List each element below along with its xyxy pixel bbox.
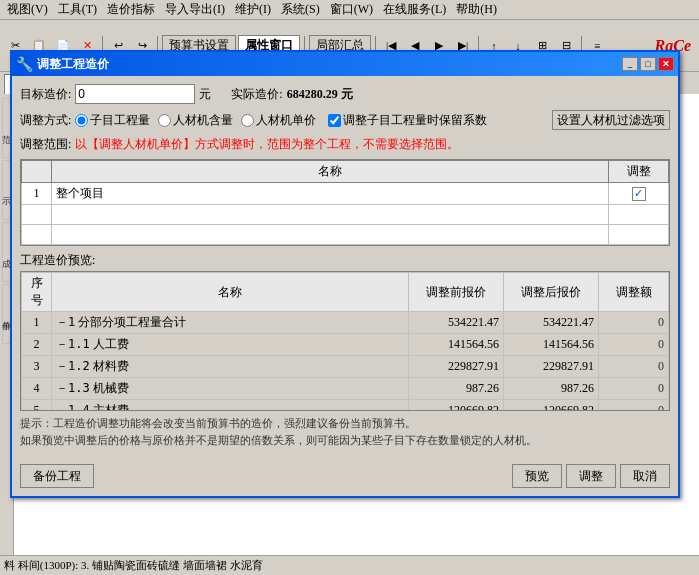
dialog-ctrl-btns: _ □ ✕ (622, 57, 674, 71)
minimize-btn[interactable]: _ (622, 57, 638, 71)
preview-cell-after: 534221.47 (504, 312, 599, 334)
actual-price-value: 684280.29 元 (287, 86, 353, 103)
radio-material-qty[interactable]: 人材机含量 (158, 112, 233, 129)
range-th-adjust: 调整 (609, 161, 669, 183)
preview-cell-seq-name: －1.3 机械费 (52, 378, 409, 400)
cancel-btn[interactable]: 取消 (620, 464, 670, 488)
preview-cell-diff: 0 (599, 312, 669, 334)
radio-group: 子目工程量 人材机含量 人材机单价 (75, 112, 316, 129)
empty-row-2 (22, 225, 669, 245)
preview-cell-num: 3 (22, 356, 52, 378)
preview-cell-diff: 0 (599, 378, 669, 400)
radio-sub-qty-input[interactable] (75, 114, 88, 127)
preview-row: 3 －1.2 材料费 229827.91 229827.91 0 (22, 356, 669, 378)
preview-th-name: 名称 (52, 273, 409, 312)
preview-btn[interactable]: 预览 (512, 464, 562, 488)
row-name: 整个项目 (52, 183, 609, 205)
radio-unit-price-label: 人材机单价 (256, 112, 316, 129)
preview-cell-before: 229827.91 (409, 356, 504, 378)
row-num: 1 (22, 183, 52, 205)
preview-cell-diff: 0 (599, 400, 669, 412)
dialog-title-icon: 🔧 (16, 56, 33, 73)
preview-cell-before: 534221.47 (409, 312, 504, 334)
preview-row: 5 －1.4 主材费 120669.82 120669.82 0 (22, 400, 669, 412)
preview-cell-after: 229827.91 (504, 356, 599, 378)
target-price-input[interactable] (75, 84, 195, 104)
preview-cell-before: 141564.56 (409, 334, 504, 356)
adjust-method-label: 调整方式: (20, 112, 71, 129)
preview-th-num: 序号 (22, 273, 52, 312)
empty-row-1 (22, 205, 669, 225)
preview-row: 1 －1 分部分项工程量合计 534221.47 534221.47 0 (22, 312, 669, 334)
radio-sub-qty-label: 子目工程量 (90, 112, 150, 129)
range-note: 以【调整人材机单价】方式调整时，范围为整个工程，不需要选择范围。 (75, 136, 459, 153)
preview-th-before: 调整前报价 (409, 273, 504, 312)
range-table: 名称 调整 1 整个项目 (21, 160, 669, 245)
preview-cell-diff: 0 (599, 356, 669, 378)
maximize-btn[interactable]: □ (640, 57, 656, 71)
preview-cell-seq-name: －1 分部分项工程量合计 (52, 312, 409, 334)
method-row: 调整方式: 子目工程量 人材机含量 人材机单价 (20, 110, 670, 130)
adjust-btn[interactable]: 调整 (566, 464, 616, 488)
range-table-container: 名称 调整 1 整个项目 (20, 159, 670, 246)
preview-cell-seq-name: －1.2 材料费 (52, 356, 409, 378)
radio-unit-price-input[interactable] (241, 114, 254, 127)
preserve-coef-input[interactable] (328, 114, 341, 127)
adjust-cost-dialog: 🔧 调整工程造价 _ □ ✕ 目标造价: 元 实际造价: 684280.29 元… (10, 50, 680, 498)
preview-cell-before: 987.26 (409, 378, 504, 400)
dialog-body: 目标造价: 元 实际造价: 684280.29 元 调整方式: 子目工程量 人材… (12, 76, 678, 460)
backup-btn[interactable]: 备份工程 (20, 464, 94, 488)
preview-cell-num: 5 (22, 400, 52, 412)
preview-row: 2 －1.1 人工费 141564.56 141564.56 0 (22, 334, 669, 356)
preserve-coef-label: 调整子目工程量时保留系数 (343, 112, 487, 129)
preserve-coef-checkbox[interactable]: 调整子目工程量时保留系数 (328, 112, 487, 129)
preview-cell-after: 987.26 (504, 378, 599, 400)
preview-cell-num: 4 (22, 378, 52, 400)
preview-cell-after: 141564.56 (504, 334, 599, 356)
status-bar: 料 科间(1300P): 3. 铺贴陶瓷面砖硫缝 墙面墙裙 水泥育 (0, 555, 699, 575)
range-th-num (22, 161, 52, 183)
preview-cell-before: 120669.82 (409, 400, 504, 412)
range-th-name: 名称 (52, 161, 609, 183)
preview-cell-num: 2 (22, 334, 52, 356)
filter-options-btn[interactable]: 设置人材机过滤选项 (552, 110, 670, 130)
target-price-label: 目标造价: (20, 86, 71, 103)
dialog-title: 调整工程造价 (37, 56, 622, 73)
preview-cell-seq-name: －1.4 主材费 (52, 400, 409, 412)
radio-material-qty-label: 人材机含量 (173, 112, 233, 129)
preview-cell-diff: 0 (599, 334, 669, 356)
preview-th-diff: 调整额 (599, 273, 669, 312)
actual-price-label: 实际造价: (231, 86, 282, 103)
radio-sub-qty[interactable]: 子目工程量 (75, 112, 150, 129)
warning-line1: 提示：工程造价调整功能将会改变当前预算书的造价，强烈建议备份当前预算书。 (20, 417, 416, 429)
table-row: 1 整个项目 (22, 183, 669, 205)
preview-cell-after: 120669.82 (504, 400, 599, 412)
dialog-titlebar: 🔧 调整工程造价 _ □ ✕ (12, 52, 678, 76)
dialog-overlay: 🔧 调整工程造价 _ □ ✕ 目标造价: 元 实际造价: 684280.29 元… (0, 0, 699, 575)
preview-table: 序号 名称 调整前报价 调整后报价 调整额 1 －1 分部分项工程量合计 534… (21, 272, 669, 411)
row-adjust-cell[interactable] (609, 183, 669, 205)
preview-th-after: 调整后报价 (504, 273, 599, 312)
warning-text: 提示：工程造价调整功能将会改变当前预算书的造价，强烈建议备份当前预算书。 如果预… (20, 415, 670, 448)
price-row: 目标造价: 元 实际造价: 684280.29 元 (20, 84, 670, 104)
radio-material-qty-input[interactable] (158, 114, 171, 127)
preview-cell-num: 1 (22, 312, 52, 334)
range-row: 调整范围: 以【调整人材机单价】方式调整时，范围为整个工程，不需要选择范围。 (20, 136, 670, 153)
close-btn[interactable]: ✕ (658, 57, 674, 71)
preview-row: 4 －1.3 机械费 987.26 987.26 0 (22, 378, 669, 400)
preview-table-container[interactable]: 序号 名称 调整前报价 调整后报价 调整额 1 －1 分部分项工程量合计 534… (20, 271, 670, 411)
preview-cell-seq-name: －1.1 人工费 (52, 334, 409, 356)
status-text: 料 科间(1300P): 3. 铺贴陶瓷面砖硫缝 墙面墙裙 水泥育 (4, 558, 263, 573)
preview-label: 工程造价预览: (20, 252, 670, 269)
row-adjust-checkbox[interactable] (632, 187, 646, 201)
dialog-footer: 备份工程 预览 调整 取消 (12, 460, 678, 496)
range-label: 调整范围: (20, 136, 71, 153)
target-price-unit: 元 (199, 86, 211, 103)
warning-line2: 如果预览中调整后的价格与原价格并不是期望的倍数关系，则可能因为某些子目下存在数量… (20, 434, 537, 446)
radio-unit-price[interactable]: 人材机单价 (241, 112, 316, 129)
